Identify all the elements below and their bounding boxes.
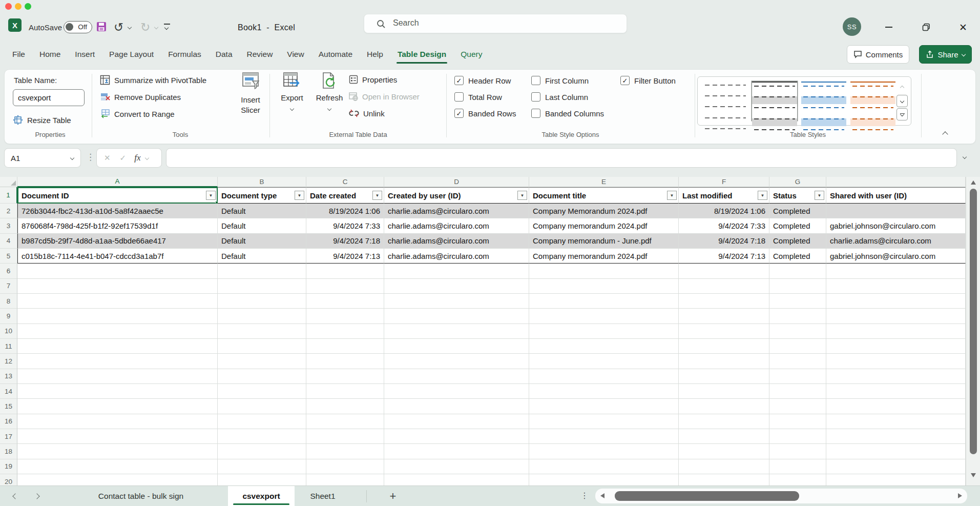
scroll-down-arrow-icon[interactable] xyxy=(971,473,976,477)
row-number-18[interactable]: 18 xyxy=(0,444,17,459)
empty-cell[interactable] xyxy=(384,399,529,414)
empty-cell[interactable] xyxy=(826,294,966,309)
data-cell[interactable]: charlie.adams@circularo.com xyxy=(826,234,966,249)
add-sheet-button[interactable]: + xyxy=(382,486,404,506)
ribbon-tab-automate[interactable]: Automate xyxy=(311,44,360,65)
empty-cell[interactable] xyxy=(826,309,966,323)
data-cell[interactable]: Company memorandum 2024.pdf xyxy=(529,249,679,264)
unlink-button[interactable]: Unlink xyxy=(349,109,385,118)
empty-cell[interactable] xyxy=(384,429,529,444)
empty-cell[interactable] xyxy=(769,324,826,339)
empty-cell[interactable] xyxy=(306,414,384,429)
checkbox-last-column[interactable]: Last Column xyxy=(531,92,588,102)
ribbon-tab-query[interactable]: Query xyxy=(453,44,489,65)
empty-cell[interactable] xyxy=(529,429,679,444)
empty-cell[interactable] xyxy=(529,309,679,323)
data-cell[interactable]: 9/4/2024 7:18 xyxy=(306,234,384,249)
gallery-more-button[interactable] xyxy=(896,108,908,120)
data-cell[interactable]: Completed xyxy=(769,218,826,233)
redo-button[interactable]: ↻ xyxy=(140,21,150,34)
header-cell-1[interactable]: Document ID▼ xyxy=(17,187,218,204)
empty-cell[interactable] xyxy=(384,279,529,294)
empty-cell[interactable] xyxy=(769,309,826,323)
row-number-9[interactable]: 9 xyxy=(0,309,17,323)
empty-cell[interactable] xyxy=(306,309,384,323)
empty-cell[interactable] xyxy=(306,279,384,294)
empty-cell[interactable] xyxy=(679,444,769,459)
scroll-left-arrow-icon[interactable] xyxy=(600,493,604,498)
data-cell[interactable]: Default xyxy=(218,204,306,218)
mac-minimize-dot[interactable] xyxy=(15,3,22,10)
empty-cell[interactable] xyxy=(218,294,306,309)
empty-cell[interactable] xyxy=(679,354,769,369)
data-cell[interactable]: Completed xyxy=(769,249,826,264)
checkbox-first-column[interactable]: First Column xyxy=(531,76,589,85)
scroll-up-arrow-icon[interactable] xyxy=(971,180,976,185)
checkbox-total-row[interactable]: Total Row xyxy=(454,92,502,102)
data-cell[interactable]: gabriel.johnson@circularo.com xyxy=(826,249,966,264)
data-cell[interactable]: 9/4/2024 7:13 xyxy=(679,249,769,264)
minimize-button[interactable] xyxy=(880,21,898,34)
row-number-5[interactable]: 5 xyxy=(0,249,17,264)
empty-cell[interactable] xyxy=(529,264,679,278)
ribbon-tab-formulas[interactable]: Formulas xyxy=(161,44,208,65)
empty-cell[interactable] xyxy=(529,324,679,339)
empty-cell[interactable] xyxy=(826,399,966,414)
empty-cell[interactable] xyxy=(679,279,769,294)
row-number-10[interactable]: 10 xyxy=(0,324,17,339)
empty-cell[interactable] xyxy=(306,354,384,369)
data-cell[interactable]: Completed xyxy=(769,204,826,218)
filter-dropdown-button[interactable]: ▼ xyxy=(372,191,382,200)
formula-bar-divider[interactable]: ⋮ xyxy=(86,152,94,163)
column-header-E[interactable]: E xyxy=(529,177,679,187)
empty-cell[interactable] xyxy=(529,354,679,369)
row-number-15[interactable]: 15 xyxy=(0,399,17,414)
empty-cell[interactable] xyxy=(529,399,679,414)
mac-close-dot[interactable] xyxy=(5,3,12,10)
row-number-20[interactable]: 20 xyxy=(0,474,17,485)
sheet-tab-sheet1[interactable]: Sheet1 xyxy=(295,486,351,506)
empty-cell[interactable] xyxy=(679,324,769,339)
name-box[interactable]: A1 xyxy=(4,148,81,168)
empty-cell[interactable] xyxy=(17,399,218,414)
empty-cell[interactable] xyxy=(529,459,679,474)
empty-cell[interactable] xyxy=(218,444,306,459)
empty-cell[interactable] xyxy=(306,459,384,474)
data-cell[interactable]: 8/19/2024 1:06 xyxy=(306,204,384,218)
data-cell[interactable]: Default xyxy=(218,249,306,264)
empty-cell[interactable] xyxy=(679,264,769,278)
remove-duplicates-button[interactable]: Remove Duplicates xyxy=(100,92,181,102)
empty-cell[interactable] xyxy=(679,474,769,485)
checkbox-banded-columns[interactable]: Banded Columns xyxy=(531,109,604,118)
empty-cell[interactable] xyxy=(218,414,306,429)
empty-cell[interactable] xyxy=(17,354,218,369)
table-properties-button[interactable]: Properties xyxy=(349,75,397,84)
empty-cell[interactable] xyxy=(17,369,218,384)
empty-cell[interactable] xyxy=(17,264,218,278)
save-icon[interactable] xyxy=(96,22,107,34)
empty-cell[interactable] xyxy=(218,339,306,354)
empty-cell[interactable] xyxy=(826,474,966,485)
scroll-right-arrow-icon[interactable] xyxy=(958,493,962,498)
empty-cell[interactable] xyxy=(17,429,218,444)
ribbon-tab-table-design[interactable]: Table Design xyxy=(390,44,453,65)
name-box-dropdown-icon[interactable] xyxy=(70,156,74,160)
empty-cell[interactable] xyxy=(529,294,679,309)
empty-cell[interactable] xyxy=(679,414,769,429)
column-header-D[interactable]: D xyxy=(384,177,529,187)
column-header-F[interactable]: F xyxy=(679,177,769,187)
export-button[interactable]: Export xyxy=(275,72,309,112)
table-style-light-orange-banded[interactable] xyxy=(850,82,895,120)
empty-cell[interactable] xyxy=(17,324,218,339)
empty-cell[interactable] xyxy=(826,339,966,354)
empty-cell[interactable] xyxy=(769,459,826,474)
empty-cell[interactable] xyxy=(826,429,966,444)
table-name-input[interactable]: csvexport xyxy=(13,89,85,106)
row-number-13[interactable]: 13 xyxy=(0,369,17,384)
header-cell-6[interactable]: Last modified▼ xyxy=(679,187,769,204)
data-cell[interactable]: charlie.adams@circularo.com xyxy=(384,249,529,264)
empty-cell[interactable] xyxy=(17,444,218,459)
empty-cell[interactable] xyxy=(384,369,529,384)
empty-cell[interactable] xyxy=(306,384,384,399)
row-number-19[interactable]: 19 xyxy=(0,459,17,474)
